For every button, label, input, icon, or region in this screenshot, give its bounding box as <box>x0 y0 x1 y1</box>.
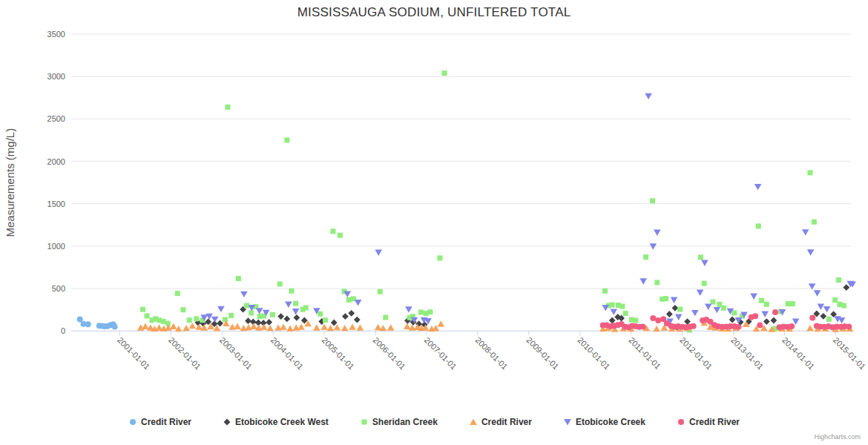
data-point[interactable] <box>405 306 412 312</box>
legend-item-2-sheridan-creek[interactable]: Sheridan Creek <box>360 417 438 427</box>
data-point[interactable] <box>610 303 615 308</box>
data-point[interactable] <box>806 325 814 331</box>
data-point[interactable] <box>786 301 791 306</box>
legend-marker[interactable] <box>224 419 231 426</box>
data-point[interactable] <box>807 249 815 255</box>
data-point[interactable] <box>672 305 679 312</box>
data-point[interactable] <box>277 313 284 320</box>
data-point[interactable] <box>789 323 795 329</box>
data-point[interactable] <box>438 320 445 326</box>
data-point[interactable] <box>349 323 356 329</box>
data-point[interactable] <box>757 323 763 329</box>
data-point[interactable] <box>633 318 638 323</box>
data-point[interactable] <box>331 320 338 326</box>
data-point[interactable] <box>820 313 826 320</box>
data-point[interactable] <box>677 307 683 312</box>
data-point[interactable] <box>211 317 219 323</box>
data-point[interactable] <box>183 325 190 331</box>
data-point[interactable] <box>640 278 647 284</box>
data-point[interactable] <box>826 317 832 322</box>
data-point[interactable] <box>342 313 349 320</box>
data-point[interactable] <box>161 319 166 324</box>
data-point[interactable] <box>327 325 335 331</box>
data-point[interactable] <box>761 312 769 317</box>
data-point[interactable] <box>841 303 846 309</box>
data-point[interactable] <box>691 323 697 329</box>
data-point[interactable] <box>277 281 283 286</box>
data-point[interactable] <box>763 318 770 325</box>
data-point[interactable] <box>702 281 707 286</box>
data-point[interactable] <box>112 324 118 330</box>
data-point[interactable] <box>643 254 648 260</box>
data-point[interactable] <box>228 313 234 318</box>
data-point[interactable] <box>240 291 248 297</box>
legend-item-1-etobicoke-creek-west[interactable]: Etobicoke Creek West <box>223 417 329 427</box>
data-point[interactable] <box>729 317 736 323</box>
data-point[interactable] <box>772 309 778 315</box>
data-point[interactable] <box>675 314 683 320</box>
data-point[interactable] <box>234 323 241 329</box>
data-point[interactable] <box>249 310 254 315</box>
data-point[interactable] <box>427 309 433 314</box>
data-point[interactable] <box>383 315 388 320</box>
legend-marker[interactable] <box>361 420 366 425</box>
highcharts-credits-link[interactable]: Highcharts.com <box>814 433 861 441</box>
data-point[interactable] <box>731 310 737 315</box>
data-point[interactable] <box>250 323 257 329</box>
legend-item-4-etobicoke-creek[interactable]: Etobicoke Creek <box>563 417 645 427</box>
data-point[interactable] <box>814 290 821 296</box>
data-point[interactable] <box>836 277 841 283</box>
data-point[interactable] <box>303 306 309 311</box>
data-point[interactable] <box>270 312 275 317</box>
data-point[interactable] <box>698 254 703 260</box>
data-point[interactable] <box>818 304 825 310</box>
data-point[interactable] <box>378 289 383 294</box>
legend-item-5-credit-river[interactable]: Credit River <box>677 417 740 427</box>
data-point[interactable] <box>355 300 362 306</box>
data-point[interactable] <box>175 291 180 296</box>
legend-item-0-credit-river[interactable]: Credit River <box>128 417 191 427</box>
data-point[interactable] <box>375 324 382 330</box>
data-point[interactable] <box>297 323 305 329</box>
data-point[interactable] <box>645 93 652 99</box>
data-point[interactable] <box>180 307 185 312</box>
data-point[interactable] <box>313 324 320 330</box>
data-point[interactable] <box>838 317 846 323</box>
data-point[interactable] <box>735 324 741 330</box>
data-point[interactable] <box>357 324 364 330</box>
data-point[interactable] <box>280 323 287 329</box>
data-point[interactable] <box>623 311 628 316</box>
data-point[interactable] <box>823 306 831 312</box>
data-point[interactable] <box>194 316 199 321</box>
data-point[interactable] <box>170 323 177 329</box>
data-point[interactable] <box>341 325 349 331</box>
data-point[interactable] <box>289 289 295 294</box>
legend-marker[interactable] <box>470 419 477 425</box>
data-point[interactable] <box>245 317 251 324</box>
data-point[interactable] <box>764 302 769 307</box>
data-point[interactable] <box>189 323 197 329</box>
data-point[interactable] <box>807 170 812 175</box>
data-point[interactable] <box>348 310 355 317</box>
data-point[interactable] <box>293 301 298 306</box>
data-point[interactable] <box>654 280 660 285</box>
data-point[interactable] <box>245 324 252 330</box>
legend-item-3-credit-river[interactable]: Credit River <box>469 417 532 427</box>
data-point[interactable] <box>85 321 91 327</box>
data-point[interactable] <box>283 316 290 323</box>
data-point[interactable] <box>602 289 608 294</box>
data-point[interactable] <box>759 298 764 303</box>
data-point[interactable] <box>701 260 708 266</box>
data-point[interactable] <box>284 138 289 143</box>
data-point[interactable] <box>697 290 704 296</box>
data-point[interactable] <box>318 312 323 317</box>
data-point[interactable] <box>802 229 809 235</box>
data-point[interactable] <box>404 323 411 329</box>
data-point[interactable] <box>266 319 272 326</box>
legend-marker[interactable] <box>678 419 684 425</box>
data-point[interactable] <box>375 250 382 256</box>
data-point[interactable] <box>292 309 300 314</box>
data-point[interactable] <box>437 255 442 260</box>
legend-marker[interactable] <box>564 419 571 425</box>
data-point[interactable] <box>721 306 726 311</box>
